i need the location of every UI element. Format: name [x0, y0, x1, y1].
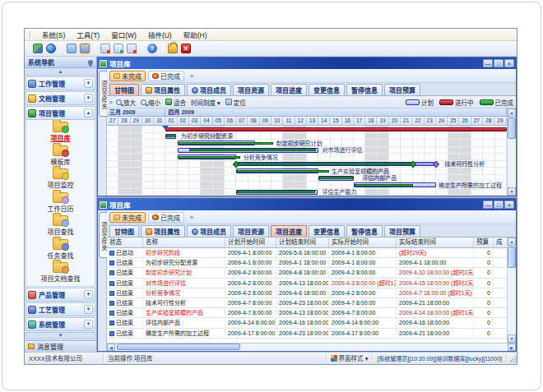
table-row[interactable]: 已结束对市场进行评估2009-4-2 8:00:002009-4-13 18:0…	[107, 279, 507, 288]
stop-icon[interactable]	[181, 44, 191, 53]
table-row[interactable]: 已结束确定生产所需的加工过程2009-4-17 8:00:002009-4-23…	[107, 329, 507, 339]
menu-item-4[interactable]: 帮助(H)	[178, 31, 213, 39]
gantt-bar-done[interactable]	[355, 184, 413, 187]
table-row[interactable]: 已启动初步研究阶段2009-4-1 8:00:002009-5-6 18:00:…	[107, 248, 507, 258]
sidebar-tab-messages[interactable]: 消息管理	[25, 340, 96, 352]
column-header-预算[interactable]: 预算	[474, 238, 494, 247]
fit-button[interactable]: 适合	[165, 98, 186, 107]
chevron-up-icon[interactable]: ▲	[84, 108, 93, 118]
column-header-计划结束时间[interactable]: 计划结束时间	[276, 238, 329, 247]
tab-甘特图[interactable]: 甘特图	[109, 84, 139, 95]
gantt-bar-done[interactable]	[237, 170, 329, 173]
menu-item-2[interactable]: 窗口(W)	[105, 31, 142, 39]
chevron-down-icon[interactable]: ▼	[84, 305, 93, 314]
chevron-down-icon[interactable]: ▼	[84, 290, 93, 299]
save-icon[interactable]	[80, 44, 90, 53]
table-row[interactable]: 已结束评估内部产品2009-4-14 8:00:002009-4-16 18:0…	[107, 318, 507, 328]
gantt-bar-done[interactable]	[166, 135, 175, 137]
gantt-bar-active[interactable]	[165, 127, 507, 131]
table-row[interactable]: 已结束制定初步研究计划2009-4-2 8:00:002009-4-8 18:0…	[107, 268, 507, 278]
lock-icon[interactable]	[168, 44, 178, 53]
menu-item-3[interactable]: 插件(U)	[142, 31, 178, 39]
vertical-scrollbar[interactable]: ▲▼	[507, 108, 516, 196]
maximize-button[interactable]: □	[494, 59, 504, 67]
maximize-button[interactable]: □	[494, 201, 504, 209]
tab-暂停信息[interactable]: 暂停信息	[346, 225, 383, 237]
scroll-up-button[interactable]: ▲	[508, 108, 516, 117]
tab-项目进度[interactable]: 项目进度	[271, 84, 307, 95]
resize-grip[interactable]	[508, 354, 517, 362]
overflow-chevron-icon[interactable]: »	[190, 214, 193, 220]
chevron-down-icon[interactable]: ▼	[84, 320, 93, 329]
pin-icon[interactable]	[88, 60, 93, 65]
column-header-成[interactable]: 成	[494, 238, 507, 247]
horizontal-scrollbar[interactable]: ◀▶	[107, 343, 516, 351]
column-header-计划开始时间[interactable]: 计划开始时间	[225, 238, 276, 247]
minimize-button[interactable]: —	[483, 59, 493, 67]
tab-项目成员[interactable]: 项目成员	[187, 84, 231, 95]
locate-button[interactable]: 定位	[225, 98, 246, 107]
chevron-down-icon[interactable]: ▼	[84, 94, 93, 103]
gantt-bar-done[interactable]	[178, 142, 272, 145]
time-scale-dropdown[interactable]: 时间刻度 ▾	[191, 98, 220, 107]
column-header-名称[interactable]: 名称	[143, 238, 225, 247]
sidebar-item-项目库[interactable]: 项目库	[51, 122, 71, 145]
scroll-down-button[interactable]: ▼	[508, 334, 516, 343]
filter-button-未完成[interactable]: 未完成	[109, 212, 146, 223]
tab-项目属性[interactable]: 项目属性	[141, 84, 185, 95]
scroll-down-button[interactable]: ▼	[508, 187, 516, 196]
table-row[interactable]: 已结束生产实验室规模的产品2009-4-7 8:00:002009-4-13 1…	[107, 308, 507, 318]
window-titlebar[interactable]: 项目库—□×	[98, 199, 516, 210]
filter-button-已完成[interactable]: 已完成	[148, 212, 184, 223]
overflow-chevron-icon[interactable]: »	[190, 73, 193, 79]
scrollbar-thumb[interactable]	[508, 247, 516, 268]
gantt-bar-done[interactable]	[237, 191, 315, 193]
tab-项目进度[interactable]: 项目进度	[271, 225, 307, 237]
globe-icon[interactable]	[46, 44, 56, 53]
tab-甘特图[interactable]: 甘特图	[109, 225, 139, 237]
zoom-out-button[interactable]: 缩小	[141, 98, 160, 107]
sidebar-item-模板库[interactable]: 模板库	[51, 145, 71, 169]
tab-项目属性[interactable]: 项目属性	[141, 225, 185, 237]
close-button[interactable]: ×	[504, 59, 514, 67]
gantt-bar-done[interactable]	[319, 177, 353, 179]
tab-变更信息[interactable]: 变更信息	[309, 225, 345, 237]
sidebar-section-系统管理[interactable]: 系统管理▼	[26, 317, 95, 331]
sidebar-section-产品管理[interactable]: 产品管理▼	[26, 288, 95, 302]
window-titlebar[interactable]: 项目库—□×	[98, 58, 516, 69]
column-header-状态[interactable]: 状态	[107, 238, 143, 247]
vertical-scrollbar[interactable]: ▲▼	[507, 238, 516, 343]
table-row[interactable]: 已结束分析竞争情况2009-4-2 8:00:002009-4-6 18:00:…	[107, 288, 507, 298]
sidebar-section-工作管理[interactable]: 工作管理▼	[26, 76, 95, 90]
folder-icon[interactable]	[67, 44, 77, 53]
scrollbar-thumb[interactable]	[508, 118, 516, 139]
scroll-right-button[interactable]: ▶	[508, 344, 516, 351]
menu-item-0[interactable]: 系统(S)	[36, 31, 71, 39]
tab-项目资源[interactable]: 项目资源	[233, 84, 269, 95]
sidebar-item-工作日历[interactable]: 工作日历	[48, 192, 74, 216]
scrollbar-thumb[interactable]	[117, 344, 240, 350]
chevron-icon[interactable]: »	[109, 99, 113, 105]
column-header-实际结束时间[interactable]: 实际结束时间	[397, 238, 474, 247]
sidebar-item-项目文档查找[interactable]: 项目文档查找	[41, 262, 81, 286]
network-icon[interactable]	[33, 44, 43, 53]
scroll-left-button[interactable]: ◀	[107, 344, 115, 351]
tab-项目资源[interactable]: 项目资源	[233, 225, 269, 237]
sidebar-overflow-button[interactable]: ▼	[26, 332, 95, 339]
menu-item-1[interactable]: 工具(T)	[71, 31, 105, 39]
gantt-bar-done[interactable]	[178, 156, 239, 159]
print-icon[interactable]	[127, 44, 137, 53]
sidebar-collapse-button[interactable]: ▲	[25, 68, 96, 76]
tab-项目预算[interactable]: 项目预算	[384, 225, 420, 237]
tab-项目预算[interactable]: 项目预算	[384, 84, 420, 95]
sidebar-item-项目查找[interactable]: 项目查找	[48, 215, 74, 239]
tab-暂停信息[interactable]: 暂停信息	[346, 84, 383, 95]
mail-icon[interactable]	[100, 44, 110, 53]
report-icon[interactable]	[114, 44, 123, 53]
column-header-实际开始时间[interactable]: 实际开始时间	[329, 238, 397, 247]
table-row[interactable]: 已结束技术可行性分析2009-4-7 8:00:002009-4-23 18:0…	[107, 298, 507, 308]
sidebar-item-任务查找[interactable]: 任务查找	[48, 239, 74, 263]
sidebar-item-项目监控[interactable]: 项目监控	[48, 168, 74, 192]
table-row[interactable]: 已结束为初步研究分配资源2009-4-1 8:00:002009-4-1 18:…	[107, 258, 507, 268]
filter-button-未完成[interactable]: 未完成	[109, 71, 146, 81]
